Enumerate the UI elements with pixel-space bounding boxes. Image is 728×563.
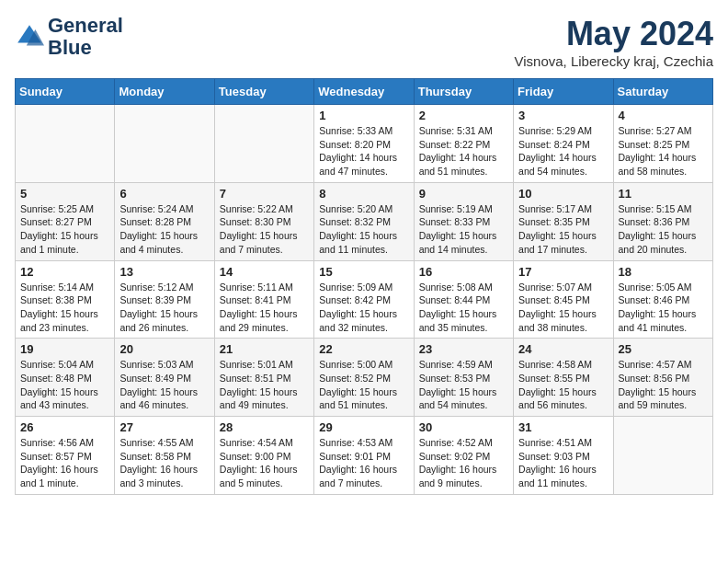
day-info: Sunrise: 5:24 AM Sunset: 8:28 PM Dayligh… xyxy=(119,202,209,257)
page-header: General Blue May 2024 Visnova, Liberecky… xyxy=(15,15,713,69)
day-info: Sunrise: 4:54 AM Sunset: 9:00 PM Dayligh… xyxy=(220,436,309,490)
calendar-cell: 25Sunrise: 4:57 AM Sunset: 8:56 PM Dayli… xyxy=(613,339,712,417)
day-number: 8 xyxy=(319,187,408,201)
weekday-header-tuesday: Tuesday xyxy=(214,79,313,105)
calendar-cell: 7Sunrise: 5:22 AM Sunset: 8:30 PM Daylig… xyxy=(214,182,313,260)
day-info: Sunrise: 5:04 AM Sunset: 8:48 PM Dayligh… xyxy=(20,358,109,412)
calendar-cell: 10Sunrise: 5:17 AM Sunset: 8:35 PM Dayli… xyxy=(514,182,613,260)
title-block: May 2024 Visnova, Liberecky kraj, Czechi… xyxy=(515,15,714,69)
logo: General Blue xyxy=(15,15,123,59)
calendar-cell xyxy=(115,105,214,183)
day-number: 16 xyxy=(419,265,508,279)
day-info: Sunrise: 4:58 AM Sunset: 8:55 PM Dayligh… xyxy=(518,358,608,412)
day-number: 28 xyxy=(220,420,309,434)
calendar-header: SundayMondayTuesdayWednesdayThursdayFrid… xyxy=(16,79,713,105)
month-title: May 2024 xyxy=(515,15,714,53)
day-number: 20 xyxy=(119,342,209,356)
calendar-cell: 13Sunrise: 5:12 AM Sunset: 8:39 PM Dayli… xyxy=(115,260,214,339)
day-info: Sunrise: 4:53 AM Sunset: 9:01 PM Dayligh… xyxy=(319,436,408,490)
day-number: 7 xyxy=(220,187,309,201)
weekday-header-thursday: Thursday xyxy=(414,79,513,105)
calendar-cell xyxy=(214,105,313,183)
day-info: Sunrise: 5:20 AM Sunset: 8:32 PM Dayligh… xyxy=(319,202,408,257)
day-info: Sunrise: 5:29 AM Sunset: 8:24 PM Dayligh… xyxy=(518,124,608,178)
day-info: Sunrise: 5:00 AM Sunset: 8:52 PM Dayligh… xyxy=(319,358,408,412)
day-info: Sunrise: 5:22 AM Sunset: 8:30 PM Dayligh… xyxy=(220,202,309,257)
day-number: 14 xyxy=(220,265,309,279)
calendar-table: SundayMondayTuesdayWednesdayThursdayFrid… xyxy=(15,78,713,495)
day-number: 11 xyxy=(619,187,708,201)
day-info: Sunrise: 5:17 AM Sunset: 8:35 PM Dayligh… xyxy=(518,202,608,257)
calendar-cell: 21Sunrise: 5:01 AM Sunset: 8:51 PM Dayli… xyxy=(214,339,313,417)
calendar-cell: 3Sunrise: 5:29 AM Sunset: 8:24 PM Daylig… xyxy=(514,105,613,183)
day-info: Sunrise: 5:31 AM Sunset: 8:22 PM Dayligh… xyxy=(419,124,508,178)
calendar-cell: 16Sunrise: 5:08 AM Sunset: 8:44 PM Dayli… xyxy=(414,260,513,339)
day-info: Sunrise: 5:33 AM Sunset: 8:20 PM Dayligh… xyxy=(319,124,408,178)
day-info: Sunrise: 5:27 AM Sunset: 8:25 PM Dayligh… xyxy=(619,124,708,178)
day-info: Sunrise: 4:51 AM Sunset: 9:03 PM Dayligh… xyxy=(518,436,608,490)
day-number: 17 xyxy=(518,265,608,279)
weekday-header-monday: Monday xyxy=(115,79,214,105)
calendar-cell: 27Sunrise: 4:55 AM Sunset: 8:58 PM Dayli… xyxy=(115,417,214,495)
calendar-cell: 18Sunrise: 5:05 AM Sunset: 8:46 PM Dayli… xyxy=(613,260,712,339)
day-number: 27 xyxy=(119,420,209,434)
calendar-cell: 31Sunrise: 4:51 AM Sunset: 9:03 PM Dayli… xyxy=(514,417,613,495)
logo-text: General Blue xyxy=(48,15,123,59)
day-number: 5 xyxy=(20,187,109,201)
day-info: Sunrise: 5:15 AM Sunset: 8:36 PM Dayligh… xyxy=(619,202,708,257)
day-number: 4 xyxy=(619,109,708,122)
calendar-cell xyxy=(613,417,712,495)
calendar-cell: 14Sunrise: 5:11 AM Sunset: 8:41 PM Dayli… xyxy=(214,260,313,339)
calendar-cell: 24Sunrise: 4:58 AM Sunset: 8:55 PM Dayli… xyxy=(514,339,613,417)
weekday-header-wednesday: Wednesday xyxy=(314,79,414,105)
day-number: 30 xyxy=(419,420,508,434)
day-number: 19 xyxy=(20,342,109,356)
day-number: 2 xyxy=(419,109,508,122)
day-number: 29 xyxy=(319,420,408,434)
day-number: 12 xyxy=(20,265,109,279)
calendar-cell: 9Sunrise: 5:19 AM Sunset: 8:33 PM Daylig… xyxy=(414,182,513,260)
day-info: Sunrise: 5:11 AM Sunset: 8:41 PM Dayligh… xyxy=(220,281,309,335)
calendar-cell: 8Sunrise: 5:20 AM Sunset: 8:32 PM Daylig… xyxy=(314,182,414,260)
calendar-cell: 4Sunrise: 5:27 AM Sunset: 8:25 PM Daylig… xyxy=(613,105,712,183)
calendar-cell: 26Sunrise: 4:56 AM Sunset: 8:57 PM Dayli… xyxy=(16,417,115,495)
location: Visnova, Liberecky kraj, Czechia xyxy=(515,53,714,69)
calendar-cell: 28Sunrise: 4:54 AM Sunset: 9:00 PM Dayli… xyxy=(214,417,313,495)
day-number: 9 xyxy=(419,187,508,201)
day-info: Sunrise: 4:59 AM Sunset: 8:53 PM Dayligh… xyxy=(419,358,508,412)
day-number: 18 xyxy=(619,265,708,279)
calendar-week-5: 26Sunrise: 4:56 AM Sunset: 8:57 PM Dayli… xyxy=(16,417,713,495)
day-info: Sunrise: 5:03 AM Sunset: 8:49 PM Dayligh… xyxy=(119,358,209,412)
day-info: Sunrise: 4:57 AM Sunset: 8:56 PM Dayligh… xyxy=(619,358,708,412)
calendar-cell: 12Sunrise: 5:14 AM Sunset: 8:38 PM Dayli… xyxy=(16,260,115,339)
calendar-cell: 23Sunrise: 4:59 AM Sunset: 8:53 PM Dayli… xyxy=(414,339,513,417)
calendar-cell: 17Sunrise: 5:07 AM Sunset: 8:45 PM Dayli… xyxy=(514,260,613,339)
logo-line2: Blue xyxy=(48,37,123,59)
calendar-cell: 30Sunrise: 4:52 AM Sunset: 9:02 PM Dayli… xyxy=(414,417,513,495)
day-info: Sunrise: 5:09 AM Sunset: 8:42 PM Dayligh… xyxy=(319,281,408,335)
weekday-header-friday: Friday xyxy=(514,79,613,105)
day-number: 31 xyxy=(518,420,608,434)
day-info: Sunrise: 5:01 AM Sunset: 8:51 PM Dayligh… xyxy=(220,358,309,412)
logo-line1: General xyxy=(48,15,123,37)
day-number: 10 xyxy=(518,187,608,201)
day-number: 1 xyxy=(319,109,408,122)
day-number: 23 xyxy=(419,342,508,356)
day-number: 26 xyxy=(20,420,109,434)
day-info: Sunrise: 5:14 AM Sunset: 8:38 PM Dayligh… xyxy=(20,281,109,335)
calendar-week-2: 5Sunrise: 5:25 AM Sunset: 8:27 PM Daylig… xyxy=(16,182,713,260)
calendar-cell: 6Sunrise: 5:24 AM Sunset: 8:28 PM Daylig… xyxy=(115,182,214,260)
calendar-cell: 29Sunrise: 4:53 AM Sunset: 9:01 PM Dayli… xyxy=(314,417,414,495)
calendar-cell: 2Sunrise: 5:31 AM Sunset: 8:22 PM Daylig… xyxy=(414,105,513,183)
calendar-cell: 20Sunrise: 5:03 AM Sunset: 8:49 PM Dayli… xyxy=(115,339,214,417)
day-number: 24 xyxy=(518,342,608,356)
weekday-header-sunday: Sunday xyxy=(16,79,115,105)
calendar-cell: 5Sunrise: 5:25 AM Sunset: 8:27 PM Daylig… xyxy=(16,182,115,260)
calendar-cell: 19Sunrise: 5:04 AM Sunset: 8:48 PM Dayli… xyxy=(16,339,115,417)
day-info: Sunrise: 5:12 AM Sunset: 8:39 PM Dayligh… xyxy=(119,281,209,335)
calendar-cell: 15Sunrise: 5:09 AM Sunset: 8:42 PM Dayli… xyxy=(314,260,414,339)
calendar-week-4: 19Sunrise: 5:04 AM Sunset: 8:48 PM Dayli… xyxy=(16,339,713,417)
day-info: Sunrise: 5:07 AM Sunset: 8:45 PM Dayligh… xyxy=(518,281,608,335)
day-info: Sunrise: 4:55 AM Sunset: 8:58 PM Dayligh… xyxy=(119,436,209,490)
day-number: 25 xyxy=(619,342,708,356)
